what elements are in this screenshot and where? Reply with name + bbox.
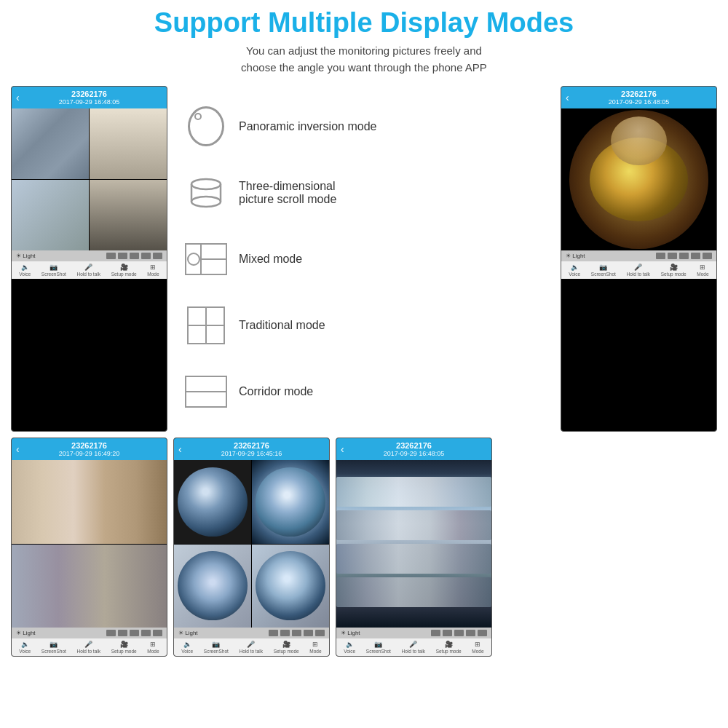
toolbar-icon-2[interactable] [118, 253, 127, 259]
back-arrow-br[interactable]: ‹ [341, 443, 344, 455]
action-screenshot[interactable]: 📷 ScreenShot [41, 264, 66, 277]
bl-icon-2[interactable] [118, 630, 127, 636]
tr-icon-4[interactable] [691, 253, 700, 259]
modes-panel: Panoramic inversion mode Three-dimension… [173, 86, 555, 432]
svg-point-0 [191, 179, 221, 189]
action-bar-top-left: 🔈 Voice 📷 ScreenShot 🎤 Hold to talk 🎥 Se… [12, 261, 167, 279]
back-arrow-bc[interactable]: ‹ [178, 443, 182, 455]
tr-mode-icon: ⊞ [700, 264, 705, 271]
toolbar-top-left: ☀ Light [12, 250, 167, 261]
toolbar-top-right: ☀ Light [561, 250, 716, 261]
tr-icon-2[interactable] [668, 253, 677, 259]
mode-label-mixed: Mixed mode [239, 253, 302, 266]
br-action-voice[interactable]: 🔈 Voice [344, 641, 355, 654]
bl-action-setup[interactable]: 🎥 Setup mode [111, 641, 137, 654]
bl-icon-1[interactable] [106, 630, 116, 636]
light-label-br: ☀ Light [341, 630, 360, 636]
bl-icon-5[interactable] [153, 630, 162, 636]
br-icon-2[interactable] [443, 630, 452, 636]
phone-header-bottom-center: ‹ 23262176 2017-09-29 16:45:16 [174, 438, 329, 460]
tr-icon-5[interactable] [703, 253, 712, 259]
action-setup[interactable]: 🎥 Setup mode [111, 264, 137, 277]
mixed-svg [185, 243, 227, 275]
br-icon-3[interactable] [454, 630, 464, 636]
mode-item-panoramic: Panoramic inversion mode [184, 93, 544, 159]
cylinder-pano [336, 460, 491, 628]
toolbar-icon-1[interactable] [106, 253, 116, 259]
room-cell-2 [90, 108, 167, 179]
mixed-cell-1 [174, 460, 251, 544]
bc-icon-1[interactable] [269, 630, 278, 636]
bc-icon-2[interactable] [280, 630, 290, 636]
fisheye-container [561, 108, 716, 250]
light-label-bl: ☀ Light [16, 630, 36, 636]
action-talk[interactable]: 🎤 Hold to talk [76, 264, 100, 277]
phone-header-bottom-left: ‹ 23262176 2017-09-29 16:49:20 [12, 438, 167, 460]
bc-setup-icon: 🎥 [282, 641, 290, 648]
tr-icon-3[interactable] [679, 253, 689, 259]
br-action-screenshot[interactable]: 📷 ScreenShot [366, 641, 391, 654]
toolbar-icon-4[interactable] [141, 253, 151, 259]
mode-item-mixed: Mixed mode [184, 226, 544, 292]
tr-action-voice[interactable]: 🔈 Voice [569, 264, 580, 277]
bottom-section: ‹ 23262176 2017-09-29 16:49:20 ☀ Light [11, 438, 717, 657]
phone-top-left: ‹ 23262176 2017-09-29 16:48:05 ☀ Light [11, 86, 167, 432]
bc-icon-3[interactable] [292, 630, 301, 636]
bc-icon-4[interactable] [304, 630, 313, 636]
pano-row-1 [12, 460, 167, 544]
toolbar-icons-top-left [106, 253, 162, 259]
tr-action-setup[interactable]: 🎥 Setup mode [661, 264, 687, 277]
br-icon-1[interactable] [431, 630, 440, 636]
bc-icon-5[interactable] [315, 630, 325, 636]
svg-point-6 [188, 253, 199, 265]
bc-action-screenshot[interactable]: 📷 ScreenShot [204, 641, 229, 654]
br-icon-5[interactable] [478, 630, 487, 636]
device-id-top-right: 23262176 [621, 90, 657, 98]
mode-label-panoramic: Panoramic inversion mode [239, 120, 376, 133]
bl-icon-4[interactable] [141, 630, 151, 636]
mode-label-corridor: Corridor mode [239, 385, 313, 398]
bl-setup-icon: 🎥 [120, 641, 128, 648]
phone-bottom-left: ‹ 23262176 2017-09-29 16:49:20 ☀ Light [11, 438, 167, 657]
action-bar-bottom-center: 🔈 Voice 📷 ScreenShot 🎤 Hold to talk 🎥 Se… [174, 638, 329, 656]
tr-action-mode[interactable]: ⊞ Mode [697, 264, 708, 277]
br-action-talk[interactable]: 🎤 Hold to talk [401, 641, 425, 654]
toolbar-icon-3[interactable] [130, 253, 139, 259]
mode-icon-panoramic [184, 106, 228, 146]
br-icon-4[interactable] [466, 630, 475, 636]
action-voice[interactable]: 🔈 Voice [19, 264, 31, 277]
bl-action-talk[interactable]: 🎤 Hold to talk [76, 641, 100, 654]
screen-bottom-center [174, 460, 329, 628]
bl-icon-3[interactable] [130, 630, 139, 636]
bl-action-mode[interactable]: ⊞ Mode [147, 641, 159, 654]
device-id-bottom-right: 23262176 [396, 441, 432, 450]
bc-action-voice[interactable]: 🔈 Voice [181, 641, 193, 654]
toolbar-icon-5[interactable] [153, 253, 162, 259]
tr-icon-1[interactable] [656, 253, 665, 259]
bc-action-talk[interactable]: 🎤 Hold to talk [239, 641, 263, 654]
phone-bottom-right: ‹ 23262176 2017-09-29 16:48:05 ☀ Light [336, 438, 492, 657]
fisheye-circle-store [569, 110, 709, 250]
light-label-top-left: ☀ Light [16, 253, 36, 259]
date-top-left: 2017-09-29 16:48:05 [59, 98, 120, 106]
room-cell-4 [90, 180, 167, 250]
phone-header-bottom-right: ‹ 23262176 2017-09-29 16:48:05 [336, 438, 491, 460]
action-mode[interactable]: ⊞ Mode [147, 264, 159, 277]
top-section: ‹ 23262176 2017-09-29 16:48:05 ☀ Light [11, 86, 717, 432]
bl-action-voice[interactable]: 🔈 Voice [19, 641, 31, 654]
date-bottom-left: 2017-09-29 16:49:20 [59, 450, 120, 457]
back-arrow-icon[interactable]: ‹ [16, 92, 20, 103]
back-arrow-icon-tr[interactable]: ‹ [566, 92, 569, 103]
tr-action-talk[interactable]: 🎤 Hold to talk [626, 264, 650, 277]
mode-icon-3d [184, 173, 228, 213]
br-action-mode[interactable]: ⊞ Mode [472, 641, 483, 654]
date-top-right: 2017-09-29 16:48:05 [609, 98, 670, 106]
toolbar-bottom-center: ☀ Light [174, 628, 329, 638]
bl-action-screenshot[interactable]: 📷 ScreenShot [41, 641, 66, 654]
tr-action-screenshot[interactable]: 📷 ScreenShot [591, 264, 616, 277]
page-title: Support Multiple Display Modes [154, 7, 574, 39]
back-arrow-bl[interactable]: ‹ [16, 443, 20, 455]
bc-action-setup[interactable]: 🎥 Setup mode [274, 641, 299, 654]
br-action-setup[interactable]: 🎥 Setup mode [436, 641, 462, 654]
bc-action-mode[interactable]: ⊞ Mode [309, 641, 321, 654]
